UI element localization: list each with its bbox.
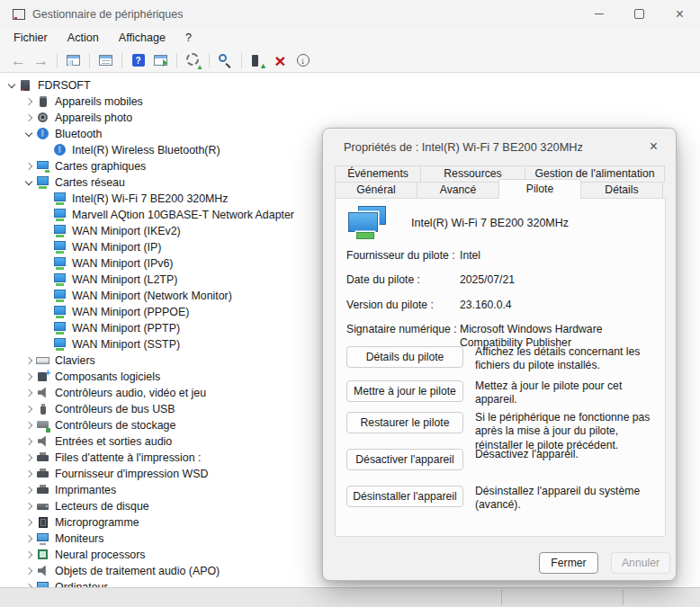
forward-arrow-icon[interactable] [31, 52, 50, 69]
usb-icon [36, 403, 50, 416]
dialog-close-icon[interactable]: × [644, 138, 663, 156]
chevron-right-icon[interactable] [22, 387, 36, 399]
console-tree-icon[interactable] [64, 52, 83, 69]
menu-fichier[interactable]: Fichier [4, 28, 58, 49]
keyboard-icon [36, 354, 50, 368]
chevron-right-icon[interactable] [22, 484, 36, 496]
chevron-right-icon[interactable] [22, 112, 36, 124]
driver-action-row: Détails du piloteAffichez les détails co… [346, 346, 660, 373]
chevron-right-icon[interactable] [22, 532, 36, 545]
disable-device-button[interactable]: Désactiver l'appareil [346, 449, 463, 470]
tree-item[interactable]: Appareils mobiles [0, 94, 700, 110]
tab-avance[interactable]: Avancé [417, 182, 499, 199]
computer-icon [19, 79, 33, 93]
maximize-button[interactable] [619, 0, 660, 28]
update-driver-icon[interactable] [248, 52, 267, 69]
expander-spacer [40, 338, 53, 351]
properties-icon[interactable] [96, 52, 115, 69]
minimize-button[interactable] [579, 0, 619, 28]
toolbar-separator [121, 53, 122, 68]
expander-spacer [40, 306, 53, 318]
chevron-right-icon[interactable] [22, 516, 36, 529]
chevron-down-icon[interactable] [22, 128, 36, 140]
tree-item[interactable]: FDRSOFT [0, 77, 700, 94]
driver-field-row: Date du pilote :2025/07/21 [346, 273, 658, 287]
update-gear-icon[interactable] [184, 52, 202, 69]
network-icon [36, 176, 50, 190]
network-adapter-icon [346, 206, 391, 239]
device-manager-window: Gestionnaire de périphériques × FichierA… [0, 0, 700, 607]
network-icon [53, 241, 67, 254]
tree-item-label: Marvell AQtion 10GBASE-T Network Adapter [72, 209, 294, 221]
tree-item-label: Moniteurs [55, 532, 103, 545]
driver-field-row: Version du pilote :23.160.0.4 [346, 299, 658, 312]
strip-divider [623, 590, 624, 605]
export-list-icon[interactable] [151, 52, 170, 69]
menu-affichage[interactable]: Affichage [109, 28, 175, 49]
window-controls: × [579, 0, 700, 28]
chevron-right-icon[interactable] [22, 370, 36, 383]
tree-item-label: WAN Miniport (PPPOE) [72, 306, 189, 318]
device-manager-app-icon [13, 9, 25, 20]
tree-item-label: Intel(R) Wireless Bluetooth(R) [72, 144, 220, 156]
scan-hardware-icon[interactable] [216, 52, 235, 69]
driver-tab-pane: Intel(R) Wi-Fi 7 BE200 320MHz Fournisseu… [335, 198, 666, 537]
bluetooth-icon [53, 144, 67, 157]
expander-spacer [40, 290, 53, 302]
fermer-button[interactable]: Fermer [539, 552, 598, 574]
device-header: Intel(R) Wi-Fi 7 BE200 320MHz [346, 206, 569, 239]
menu-help[interactable]: ? [175, 28, 202, 49]
bluetooth-icon [36, 128, 50, 141]
chevron-right-icon[interactable] [22, 451, 36, 464]
driver-action-row: Désinstaller l'appareilDésinstallez l'ap… [346, 486, 660, 513]
network-icon [53, 290, 67, 303]
chevron-right-icon[interactable] [22, 160, 36, 173]
chevron-down-icon[interactable] [5, 79, 19, 92]
toolbar-separator [176, 53, 177, 68]
chevron-right-icon[interactable] [22, 435, 36, 448]
expander-spacer [40, 209, 53, 221]
tree-item[interactable]: Appareils photo [0, 110, 700, 126]
chevron-right-icon[interactable] [22, 565, 36, 577]
menu-action[interactable]: Action [58, 28, 109, 49]
tab-general[interactable]: Général [335, 182, 417, 199]
uninstall-device-icon[interactable] [271, 52, 290, 69]
chevron-right-icon[interactable] [22, 419, 36, 432]
chevron-right-icon[interactable] [22, 354, 36, 367]
tree-item-label: Contrôleurs de stockage [55, 419, 175, 432]
tree-item-label: Cartes graphiques [55, 160, 146, 173]
chevron-right-icon[interactable] [22, 403, 36, 415]
tab-pilote[interactable]: Pilote [498, 179, 581, 199]
update-driver-button[interactable]: Mettre à jour le pilote [346, 380, 463, 402]
maximize-icon [634, 9, 644, 19]
driver-details-button[interactable]: Détails du pilote [346, 346, 463, 368]
network-icon [53, 273, 67, 287]
storage-icon [36, 419, 50, 433]
tab-strip: Événements Ressources Gestion de l'alime… [335, 165, 666, 199]
back-arrow-icon[interactable] [9, 52, 28, 69]
chevron-right-icon[interactable] [22, 549, 36, 561]
field-label: Date du pilote : [346, 273, 460, 287]
chevron-right-icon[interactable] [22, 95, 36, 108]
tree-item-label: Claviers [55, 354, 95, 367]
uninstall-device-button[interactable]: Désinstaller l'appareil [346, 486, 463, 507]
chevron-right-icon[interactable] [22, 500, 36, 513]
mobile-icon [36, 95, 50, 109]
tree-item-label: Imprimantes [55, 484, 116, 496]
tree-item-label: Microprogramme [55, 516, 139, 529]
firmware-icon [36, 516, 50, 530]
tree-item-label: WAN Miniport (IPv6) [72, 257, 173, 270]
tree-item-label: Entrées et sorties audio [55, 435, 172, 448]
annuler-button[interactable]: Annuler [611, 552, 670, 574]
tab-evenements[interactable]: Événements [335, 165, 421, 183]
tab-details[interactable]: Détails [580, 182, 663, 199]
close-button[interactable]: × [660, 0, 700, 28]
chevron-right-icon[interactable] [22, 468, 36, 480]
disable-device-icon[interactable] [293, 52, 312, 69]
roll-back-driver-button[interactable]: Restaurer le pilote [346, 412, 463, 433]
toolbar-separator [209, 53, 210, 68]
strip-divider [501, 590, 502, 605]
field-label: Fournisseur du pilote : [346, 249, 460, 263]
help-icon[interactable] [129, 52, 148, 69]
chevron-down-icon[interactable] [22, 176, 36, 189]
